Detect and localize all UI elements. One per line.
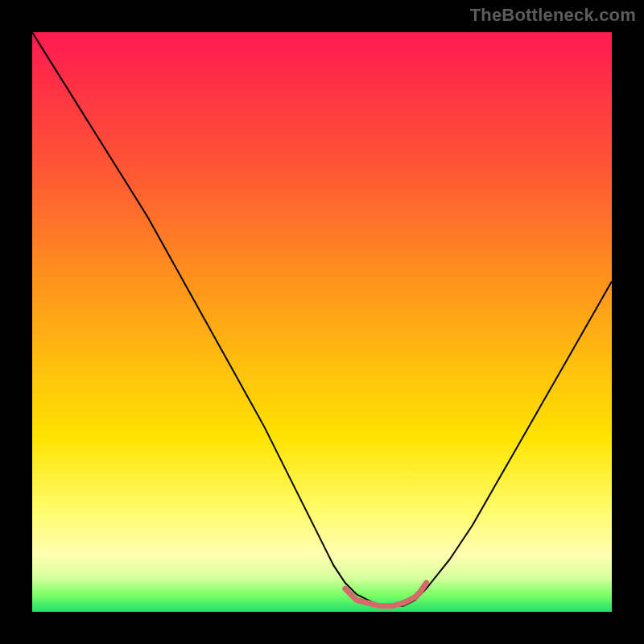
chart-frame: TheBottleneck.com — [0, 0, 644, 644]
plot-area — [32, 32, 612, 612]
watermark-text: TheBottleneck.com — [470, 5, 636, 26]
curve-svg — [32, 32, 612, 612]
bottleneck-curve-path — [32, 32, 612, 606]
